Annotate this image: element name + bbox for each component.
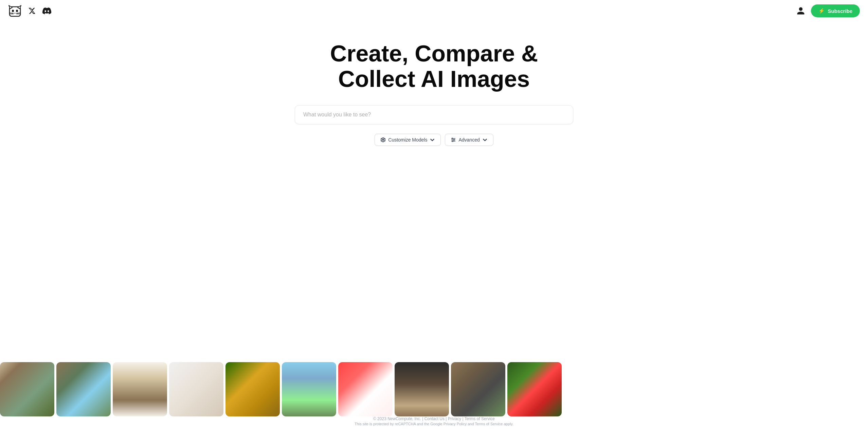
strip-image-img4[interactable] [169, 362, 223, 416]
subscribe-button[interactable]: ⚡ Subscribe [811, 4, 860, 17]
image-strip [0, 362, 868, 416]
svg-point-4 [16, 10, 18, 12]
hero-section: Create, Compare & Collect AI Images Cust… [0, 0, 868, 166]
svg-point-15 [452, 141, 453, 142]
user-icon[interactable] [796, 6, 806, 16]
search-container [288, 105, 580, 124]
cube-icon [380, 137, 386, 143]
strip-image-img2[interactable] [56, 362, 111, 416]
strip-image-img7[interactable] [338, 362, 393, 416]
navbar: ⚡ Subscribe [0, 0, 868, 22]
hero-title: Create, Compare & Collect AI Images [330, 41, 538, 92]
navbar-right: ⚡ Subscribe [796, 4, 860, 17]
search-input[interactable] [295, 105, 573, 124]
svg-point-3 [12, 10, 14, 12]
controls-row: Customize Models Advanced [375, 134, 493, 146]
svg-point-13 [452, 138, 453, 139]
footer-line1: © 2023 NewCompute, Inc. | Contact Us | P… [1, 416, 867, 421]
customize-models-button[interactable]: Customize Models [375, 134, 441, 146]
customize-models-label: Customize Models [388, 137, 427, 143]
subscribe-label: Subscribe [828, 8, 852, 14]
logo-icon[interactable] [8, 4, 22, 18]
strip-image-img1[interactable] [0, 362, 54, 416]
strip-image-img9[interactable] [451, 362, 505, 416]
strip-image-img8[interactable] [395, 362, 449, 416]
strip-image-img5[interactable] [225, 362, 280, 416]
twitter-icon[interactable] [27, 6, 37, 16]
subscribe-icon: ⚡ [818, 8, 825, 14]
svg-line-6 [10, 13, 14, 13]
footer-line2: This site is protected by reCAPTCHA and … [1, 422, 867, 426]
advanced-label: Advanced [458, 137, 480, 143]
svg-line-8 [16, 13, 20, 13]
navbar-left [8, 4, 52, 18]
strip-image-img10[interactable] [507, 362, 562, 416]
svg-point-14 [454, 139, 455, 140]
footer: © 2023 NewCompute, Inc. | Contact Us | P… [0, 415, 868, 427]
advanced-button[interactable]: Advanced [445, 134, 493, 146]
strip-image-img3[interactable] [113, 362, 167, 416]
discord-icon[interactable] [42, 6, 52, 16]
chevron-down-icon [430, 137, 435, 143]
sliders-icon [451, 137, 456, 143]
strip-image-img6[interactable] [282, 362, 336, 416]
advanced-chevron-icon [482, 137, 488, 143]
